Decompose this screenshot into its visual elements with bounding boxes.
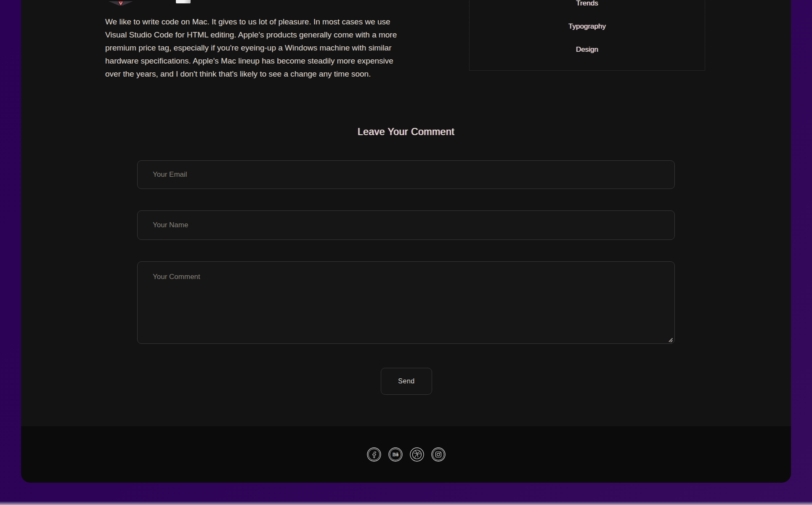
- sidebar-item-typography[interactable]: Typography: [470, 15, 705, 38]
- comment-input-wrap: [137, 261, 675, 344]
- sidebar-item-trends[interactable]: Trends: [470, 0, 705, 15]
- textarea-resize-handle[interactable]: [668, 337, 674, 343]
- name-input[interactable]: [137, 210, 675, 240]
- send-button[interactable]: Send: [381, 368, 432, 395]
- comment-form-title: Leave Your Comment: [21, 126, 791, 138]
- logo-remnant-icon: [109, 0, 133, 5]
- dribbble-icon[interactable]: [410, 447, 424, 462]
- sidebar-item-design[interactable]: Design: [470, 38, 705, 61]
- instagram-icon[interactable]: [431, 447, 446, 462]
- svg-text:Bē: Bē: [392, 452, 398, 457]
- comment-textarea[interactable]: [137, 261, 675, 344]
- article-paragraph: We like to write code on Mac. It gives t…: [105, 15, 406, 80]
- page-footer: Bē: [21, 426, 791, 483]
- viewport-bottom-strip: [0, 502, 812, 505]
- post-image-remnant: [176, 0, 191, 3]
- content-card: We like to write code on Mac. It gives t…: [21, 0, 791, 483]
- facebook-icon[interactable]: [367, 447, 381, 462]
- behance-icon[interactable]: Bē: [388, 447, 403, 462]
- category-sidebar: Trends Typography Design: [469, 0, 705, 71]
- email-input[interactable]: [137, 160, 675, 189]
